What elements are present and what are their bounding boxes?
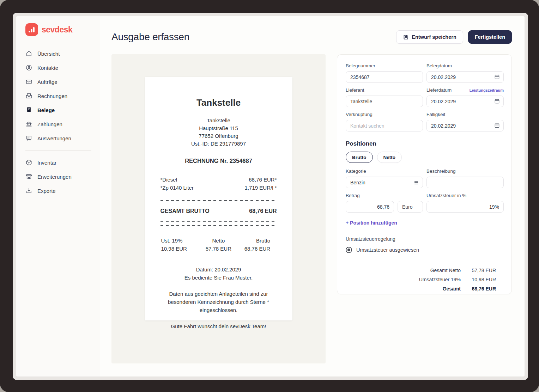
receipt-item-name: *Diesel — [161, 176, 177, 184]
sidebar-item-belege[interactable]: Belege — [25, 103, 100, 117]
total-label: Gesamt Netto — [430, 267, 461, 274]
belegnummer-label: Belegnummer — [346, 63, 375, 68]
receipt-note: Daten aus geeichten Anlageteilen sind zu… — [161, 290, 277, 314]
receipt-tax-value: 68,76 EUR — [238, 245, 270, 253]
receipt-document: Tankstelle Tankstelle Hauptstraße 115 77… — [145, 77, 292, 320]
receipt-item-amount: 68,76 EUR* — [249, 176, 277, 184]
receipt-item-price: 1,719 EUR/l * — [245, 184, 277, 192]
download-icon — [25, 187, 32, 194]
verknuepfung-input[interactable] — [346, 120, 423, 131]
leistungszeitraum-link[interactable]: Leistungszeitraum — [470, 88, 504, 92]
faelligkeit-input[interactable] — [426, 120, 504, 131]
tax-rule-option-label: Umsatzsteuer ausgewiesen — [356, 247, 419, 253]
window-frame: sevdesk Übersicht Kontakte — [0, 0, 539, 392]
receipt-tax-header: Ust. 19% — [161, 237, 199, 245]
invoice-icon — [25, 92, 32, 99]
contacts-icon — [25, 64, 32, 71]
sidebar-item-auftraege[interactable]: Aufträge — [25, 75, 100, 89]
receipt-address-line: Hauptstraße 115 — [161, 124, 277, 132]
sidebar-item-kontakte[interactable]: Kontakte — [25, 61, 100, 75]
sidebar-item-inventar[interactable]: Inventar — [25, 155, 100, 170]
netto-toggle[interactable]: Netto — [377, 152, 402, 163]
total-value: 68,76 EUR — [461, 285, 496, 292]
receipt-icon — [25, 106, 32, 114]
sidebar-item-rechnungen[interactable]: Rechnungen — [25, 89, 100, 103]
brutto-toggle[interactable]: Brutto — [346, 152, 373, 163]
receipt-separator — [161, 221, 277, 226]
report-icon — [25, 135, 32, 142]
totals-divider — [346, 261, 503, 261]
belegdatum-label: Belegdatum — [426, 63, 452, 68]
beschreibung-input[interactable] — [426, 177, 504, 188]
sidebar-item-label: Übersicht — [37, 51, 60, 57]
currency-select[interactable]: Euro — [398, 201, 423, 213]
receipt-tax-value: 57,78 EUR — [199, 245, 238, 253]
sevdesk-logo-icon — [25, 23, 38, 36]
receipt-date-line: Datum: 20.02.2029 — [161, 265, 277, 274]
sidebar-item-label: Kontakte — [37, 65, 58, 71]
store-icon — [25, 173, 32, 180]
sidebar: sevdesk Übersicht Kontakte — [16, 16, 100, 376]
receipt-invoice-number: RECHNUNG Nr. 2354687 — [161, 158, 277, 164]
bank-icon — [25, 121, 32, 128]
lieferdatum-input[interactable] — [426, 96, 504, 107]
receipt-address-line: Tankstelle — [161, 117, 277, 124]
home-icon — [25, 50, 32, 57]
sidebar-item-uebersicht[interactable]: Übersicht — [25, 47, 100, 61]
kategorie-label: Kategorie — [346, 169, 366, 174]
sidebar-item-erweiterungen[interactable]: Erweiterungen — [25, 170, 100, 184]
brand-logo[interactable]: sevdesk — [25, 23, 100, 36]
add-position-link[interactable]: + Position hinzufügen — [346, 220, 503, 226]
receipt-address-line: 77652 Offenburg — [161, 132, 277, 140]
receipt-footer: Gute Fahrt wünscht dein sevDesk Team! — [161, 322, 277, 330]
sidebar-item-auswertungen[interactable]: Auswertungen — [25, 131, 100, 145]
betrag-input[interactable] — [346, 201, 394, 213]
radio-selected-icon[interactable] — [346, 247, 352, 253]
lieferant-input[interactable] — [346, 96, 423, 107]
currency-value: Euro — [402, 204, 413, 210]
expense-form-card: Belegnummer Belegdatum — [337, 54, 512, 294]
sidebar-item-label: Erweiterungen — [37, 174, 72, 180]
total-label: Gesamt — [443, 285, 461, 292]
sidebar-item-label: Inventar — [37, 160, 56, 166]
sidebar-item-zahlungen[interactable]: Zahlungen — [25, 117, 100, 131]
finish-button[interactable]: Fertigstellen — [468, 30, 512, 44]
beschreibung-label: Beschreibung — [426, 169, 456, 174]
lieferdatum-label: Lieferdatum — [426, 87, 452, 93]
sidebar-divider — [25, 150, 91, 151]
calendar-icon[interactable] — [494, 98, 500, 104]
tax-rule-label: Umsatzsteuerregelung — [346, 236, 503, 242]
total-value: 10,98 EUR — [461, 276, 496, 283]
belegdatum-input[interactable] — [426, 71, 504, 83]
receipt-separator — [161, 200, 277, 201]
sidebar-item-label: Aufträge — [37, 79, 57, 85]
totals-section: Gesamt Netto 57,78 EUR Umsatzsteuer 19% … — [346, 267, 503, 292]
calendar-icon[interactable] — [494, 122, 500, 129]
betrag-label: Betrag — [346, 193, 360, 198]
positionen-heading: Positionen — [346, 140, 503, 147]
belegnummer-input[interactable] — [346, 71, 423, 83]
app-window: sevdesk Übersicht Kontakte — [13, 13, 528, 380]
total-label: Umsatzsteuer 19% — [419, 276, 461, 283]
list-icon — [413, 179, 419, 186]
sidebar-item-exporte[interactable]: Exporte — [25, 184, 100, 198]
sidebar-item-label: Zahlungen — [37, 121, 62, 127]
envelope-icon — [25, 78, 32, 85]
calendar-icon[interactable] — [494, 74, 500, 80]
umsatzsteuer-input[interactable] — [426, 201, 504, 213]
receipt-title: Tankstelle — [161, 97, 277, 108]
faelligkeit-label: Fälligkeit — [426, 112, 445, 117]
sidebar-item-label: Belege — [37, 107, 55, 113]
receipt-item-qty: 40 Liter — [176, 184, 194, 192]
sidebar-item-label: Rechnungen — [37, 93, 67, 99]
kategorie-select[interactable]: Benzin — [346, 177, 423, 188]
cube-icon — [25, 159, 32, 166]
tax-rule-radio-option[interactable]: Umsatzsteuer ausgewiesen — [346, 247, 503, 253]
save-icon — [403, 34, 409, 40]
total-value: 57,78 EUR — [461, 267, 496, 274]
receipt-total-label: GESAMT BRUTTO — [161, 208, 210, 214]
main-content: Ausgabe erfassen Entwurf speichern Ferti… — [100, 16, 525, 376]
sidebar-item-label: Exporte — [37, 188, 56, 194]
receipt-tax-header: Brutto — [238, 237, 270, 245]
save-draft-button[interactable]: Entwurf speichern — [396, 30, 463, 44]
